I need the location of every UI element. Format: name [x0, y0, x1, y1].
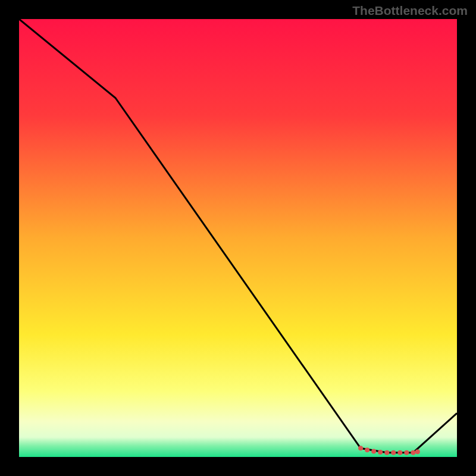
- data-marker: [391, 450, 396, 455]
- data-marker: [371, 449, 376, 453]
- data-marker: [384, 450, 389, 455]
- data-marker: [358, 446, 363, 450]
- chart-container: TheBottleneck.com: [0, 0, 476, 476]
- chart-line-layer: [19, 19, 457, 457]
- bottleneck-curve-line: [19, 19, 457, 453]
- data-marker: [365, 447, 369, 452]
- data-marker: [397, 450, 402, 455]
- watermark-text: TheBottleneck.com: [352, 4, 468, 18]
- data-marker: [411, 450, 415, 455]
- plot-area: [19, 19, 457, 457]
- data-marker: [378, 450, 383, 455]
- data-marker: [404, 450, 409, 455]
- marker-group: [358, 446, 420, 455]
- data-marker: [415, 449, 420, 454]
